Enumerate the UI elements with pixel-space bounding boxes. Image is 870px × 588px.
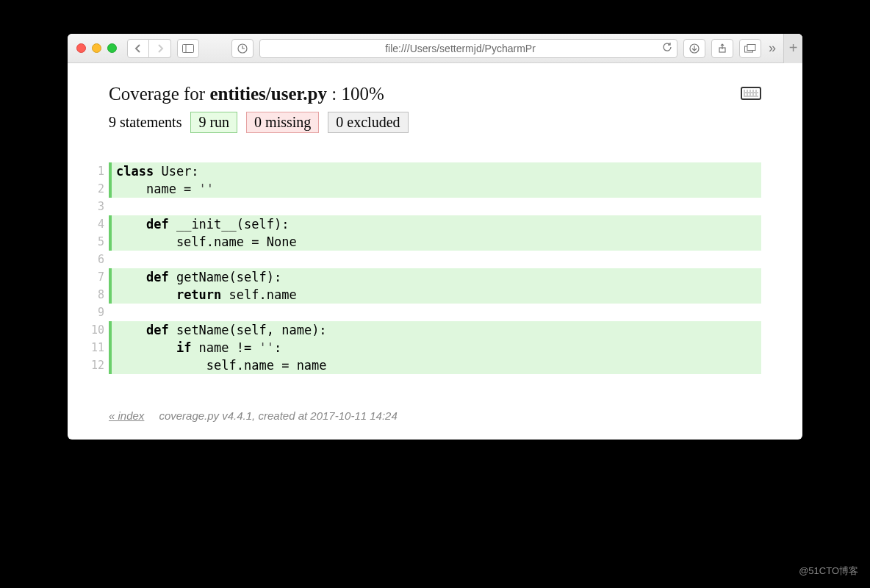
address-text: file:///Users/settermjd/PycharmPr (385, 43, 536, 54)
line-number: 1 (82, 162, 109, 180)
source-text: class User: (112, 162, 761, 180)
code-line: 5 self.name = None (82, 233, 761, 251)
source-text: self.name = None (112, 233, 761, 251)
forward-button[interactable] (149, 39, 171, 58)
share-button[interactable] (711, 39, 733, 58)
sidebar-button[interactable] (177, 39, 199, 58)
svg-rect-0 (183, 44, 194, 52)
source-text: def __init__(self): (112, 215, 761, 233)
nav-buttons (127, 39, 171, 58)
line-number: 9 (82, 304, 109, 321)
code-line: 2 name = '' (82, 180, 761, 198)
code-line: 9 (82, 304, 761, 321)
source-text: def setName(self, name): (112, 321, 761, 339)
line-number: 7 (82, 268, 109, 286)
source-text: self.name = name (112, 356, 761, 374)
source-text: def getName(self): (112, 268, 761, 286)
line-number: 5 (82, 233, 109, 251)
code-line: 10 def setName(self, name): (82, 321, 761, 339)
line-number: 10 (82, 321, 109, 339)
source-text (112, 304, 761, 321)
code-line: 12 self.name = name (82, 356, 761, 374)
code-line: 6 (82, 251, 761, 268)
zoom-icon[interactable] (107, 43, 117, 53)
watermark: @51CTO博客 (799, 564, 858, 578)
footer-meta: coverage.py v4.4.1, created at 2017-10-1… (159, 409, 397, 422)
index-link[interactable]: « index (109, 409, 144, 422)
line-number: 12 (82, 356, 109, 374)
downloads-button[interactable] (683, 39, 705, 58)
excluded-badge[interactable]: 0 excluded (328, 112, 408, 133)
line-number: 8 (82, 286, 109, 304)
page-title: Coverage for entities/user.py : 100% (109, 84, 384, 104)
line-number: 11 (82, 339, 109, 356)
code-line: 1class User: (82, 162, 761, 180)
source-text: if name != '': (112, 339, 761, 356)
coverage-stats: 9 statements 9 run 0 missing 0 excluded (109, 112, 761, 133)
code-line: 4 def __init__(self): (82, 215, 761, 233)
minimize-icon[interactable] (92, 43, 101, 53)
code-line: 7 def getName(self): (82, 268, 761, 286)
title-suffix: : 100% (327, 84, 384, 104)
page-footer: « index coverage.py v4.4.1, created at 2… (109, 409, 761, 422)
address-bar[interactable]: file:///Users/settermjd/PycharmPr (259, 39, 677, 58)
back-button[interactable] (127, 39, 149, 58)
svg-rect-6 (747, 44, 755, 50)
title-prefix: Coverage for (109, 84, 209, 104)
line-number: 3 (82, 198, 109, 215)
window-controls (76, 43, 117, 53)
statements-count: 9 statements (109, 114, 181, 131)
reload-icon[interactable] (662, 42, 672, 54)
keyboard-icon[interactable] (741, 87, 761, 100)
code-line: 11 if name != '': (82, 339, 761, 356)
source-text: return self.name (112, 286, 761, 304)
titlebar: file:///Users/settermjd/PycharmPr » + (68, 34, 802, 63)
missing-badge[interactable]: 0 missing (246, 112, 319, 133)
code-line: 8 return self.name (82, 286, 761, 304)
source-text (112, 198, 761, 215)
browser-window: file:///Users/settermjd/PycharmPr » + Co… (68, 34, 802, 440)
history-button[interactable] (231, 39, 254, 58)
code-line: 3 (82, 198, 761, 215)
line-number: 4 (82, 215, 109, 233)
line-number: 2 (82, 180, 109, 198)
page-content: Coverage for entities/user.py : 100% 9 s… (68, 63, 802, 440)
source-text: name = '' (112, 180, 761, 198)
source-text (112, 251, 761, 268)
title-file: entities/user.py (209, 84, 327, 104)
source-code: 1class User:2 name = ''34 def __init__(s… (82, 162, 761, 374)
overflow-button[interactable]: » (767, 40, 777, 56)
new-tab-button[interactable]: + (783, 34, 802, 63)
close-icon[interactable] (76, 43, 86, 53)
line-number: 6 (82, 251, 109, 268)
tabs-button[interactable] (739, 39, 761, 58)
run-badge[interactable]: 9 run (190, 112, 237, 133)
